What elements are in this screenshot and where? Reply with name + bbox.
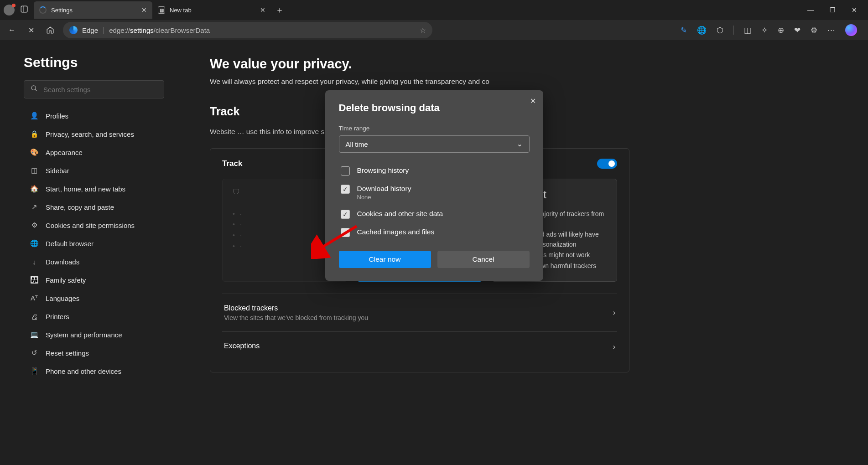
sidebar-label: Reset settings bbox=[46, 349, 89, 357]
split-screen-icon[interactable]: ◫ bbox=[744, 26, 751, 35]
sidebar-icon: ↺ bbox=[30, 349, 38, 357]
home-button[interactable] bbox=[44, 24, 57, 36]
sidebar-label: Start, home, and new tabs bbox=[46, 185, 125, 193]
sidebar-icon: 💻 bbox=[30, 331, 38, 339]
back-button[interactable]: ← bbox=[5, 24, 18, 36]
cancel-button[interactable]: Cancel bbox=[437, 251, 530, 268]
privacy-subtext: We will always protect and respect your … bbox=[210, 76, 502, 87]
toolbar: ← ✕ Edge | edge://settings/clearBrowserD… bbox=[0, 20, 868, 40]
svg-line-3 bbox=[35, 89, 36, 91]
menu-icon[interactable]: ⋯ bbox=[827, 26, 835, 35]
collections-icon[interactable]: ⊕ bbox=[778, 26, 784, 35]
sidebar-icon: 🏠 bbox=[30, 185, 38, 193]
edge-logo-icon bbox=[69, 26, 78, 34]
blocked-trackers-row[interactable]: Blocked trackers View the sites that we'… bbox=[222, 294, 617, 331]
tab-new[interactable]: ▦ New tab ✕ bbox=[152, 1, 271, 19]
favorite-icon[interactable]: ☆ bbox=[420, 26, 426, 35]
search-icon bbox=[31, 85, 38, 94]
close-tab-icon[interactable]: ✕ bbox=[141, 6, 147, 14]
sidebar-icon: 🎨 bbox=[30, 148, 38, 156]
close-window-icon[interactable]: ✕ bbox=[850, 6, 859, 14]
sidebar-label: Share, copy and paste bbox=[46, 203, 114, 211]
settings-sidebar: Settings 👤Profiles🔒Privacy, search, and … bbox=[0, 40, 182, 465]
stop-button[interactable]: ✕ bbox=[25, 24, 37, 36]
maximize-icon[interactable]: ❐ bbox=[828, 6, 837, 14]
clear-data-item[interactable]: ✓Cached images and files bbox=[339, 223, 525, 242]
tab-settings[interactable]: Settings ✕ bbox=[34, 1, 152, 19]
sidebar-icon: 🖨 bbox=[30, 313, 38, 320]
sidebar-item[interactable]: 🎨Appearance bbox=[24, 143, 164, 161]
sidebar-item[interactable]: 📱Phone and other devices bbox=[24, 362, 164, 380]
sidebar-label: Phone and other devices bbox=[46, 367, 121, 375]
tab-actions-icon[interactable] bbox=[20, 5, 28, 15]
time-range-label: Time range bbox=[339, 125, 530, 132]
svg-point-2 bbox=[31, 86, 36, 90]
sidebar-label: Default browser bbox=[46, 240, 94, 248]
dialog-title: Delete browsing data bbox=[339, 102, 530, 114]
favorites-icon[interactable]: ✧ bbox=[761, 26, 768, 35]
close-tab-icon[interactable]: ✕ bbox=[260, 6, 265, 14]
sidebar-label: Printers bbox=[46, 313, 69, 320]
toolbar-right: ✎ 🌐 ⬡ ◫ ✧ ⊕ ❤ ⚙ ⋯ bbox=[681, 24, 863, 36]
chevron-right-icon: › bbox=[613, 343, 615, 351]
sidebar-label: Downloads bbox=[46, 258, 79, 266]
url-text: edge://settings/clearBrowserData bbox=[109, 26, 210, 34]
performance-icon[interactable]: ⚙ bbox=[811, 26, 817, 35]
sidebar-item[interactable]: 👪Family safety bbox=[24, 271, 164, 289]
sidebar-item[interactable]: ↓Downloads bbox=[24, 253, 164, 271]
sidebar-item[interactable]: 🏠Start, home, and new tabs bbox=[24, 180, 164, 198]
close-dialog-icon[interactable]: ✕ bbox=[530, 97, 536, 105]
sidebar-icon: 📱 bbox=[30, 367, 38, 375]
profile-avatar[interactable] bbox=[4, 5, 15, 16]
checkbox[interactable]: ✓ bbox=[341, 210, 350, 219]
svg-rect-0 bbox=[21, 6, 27, 12]
minimize-icon[interactable]: — bbox=[806, 6, 815, 14]
sidebar-item[interactable]: ↺Reset settings bbox=[24, 344, 164, 362]
sidebar-label: System and performance bbox=[46, 331, 122, 339]
exceptions-row[interactable]: Exceptions › bbox=[222, 331, 617, 362]
time-range-select[interactable]: All time ⌄ bbox=[339, 135, 530, 153]
sidebar-item[interactable]: 🖨Printers bbox=[24, 307, 164, 326]
title-bar: Settings ✕ ▦ New tab ✕ ＋ — ❐ ✕ bbox=[0, 0, 868, 20]
globe-icon[interactable]: 🌐 bbox=[697, 26, 707, 35]
shield-icon: 🛡 bbox=[233, 188, 245, 201]
sidebar-label: Profiles bbox=[46, 112, 68, 120]
sidebar-item[interactable]: 👤Profiles bbox=[24, 107, 164, 125]
sidebar-item[interactable]: ◫Sidebar bbox=[24, 161, 164, 180]
chevron-right-icon: › bbox=[613, 309, 615, 317]
edge-label: Edge bbox=[82, 26, 98, 34]
new-tab-button[interactable]: ＋ bbox=[275, 5, 284, 16]
sidebar-icon: ◫ bbox=[30, 166, 38, 175]
checkbox[interactable] bbox=[341, 166, 350, 176]
checkbox[interactable]: ✓ bbox=[341, 228, 350, 237]
address-bar[interactable]: Edge | edge://settings/clearBrowserData … bbox=[63, 22, 432, 38]
checkbox[interactable]: ✓ bbox=[341, 185, 350, 194]
health-icon[interactable]: ❤ bbox=[794, 26, 800, 35]
tracking-toggle[interactable] bbox=[597, 159, 617, 169]
clear-data-item[interactable]: ✓Download historyNone bbox=[339, 180, 525, 205]
sidebar-item[interactable]: 💻System and performance bbox=[24, 326, 164, 344]
copilot-icon[interactable] bbox=[845, 24, 857, 36]
clear-data-item[interactable]: Browsing history bbox=[339, 162, 525, 180]
tab-label: Settings bbox=[51, 7, 73, 14]
sidebar-icon: ⚙ bbox=[30, 221, 38, 229]
sidebar-icon: Aᵀ bbox=[30, 294, 38, 302]
sidebar-icon: ↓ bbox=[30, 258, 38, 266]
search-settings[interactable] bbox=[24, 80, 164, 98]
extensions-icon[interactable]: ⬡ bbox=[717, 26, 723, 35]
tab-label: New tab bbox=[170, 7, 192, 14]
chevron-down-icon: ⌄ bbox=[517, 140, 523, 148]
sidebar-icon: ↗ bbox=[30, 203, 38, 211]
sidebar-label: Family safety bbox=[46, 276, 86, 284]
clear-now-button[interactable]: Clear now bbox=[339, 251, 431, 268]
clear-data-item[interactable]: ✓Cookies and other site data bbox=[339, 205, 525, 223]
sidebar-item[interactable]: 🌐Default browser bbox=[24, 234, 164, 253]
delete-browsing-data-dialog: ✕ Delete browsing data Time range All ti… bbox=[325, 90, 543, 281]
sidebar-item[interactable]: ⚙Cookies and site permissions bbox=[24, 216, 164, 234]
wand-icon[interactable]: ✎ bbox=[681, 26, 687, 35]
sidebar-item[interactable]: AᵀLanguages bbox=[24, 289, 164, 307]
sidebar-item[interactable]: ↗Share, copy and paste bbox=[24, 198, 164, 216]
sidebar-item[interactable]: 🔒Privacy, search, and services bbox=[24, 125, 164, 143]
sidebar-icon: 👪 bbox=[30, 276, 38, 284]
search-input[interactable] bbox=[43, 86, 157, 93]
